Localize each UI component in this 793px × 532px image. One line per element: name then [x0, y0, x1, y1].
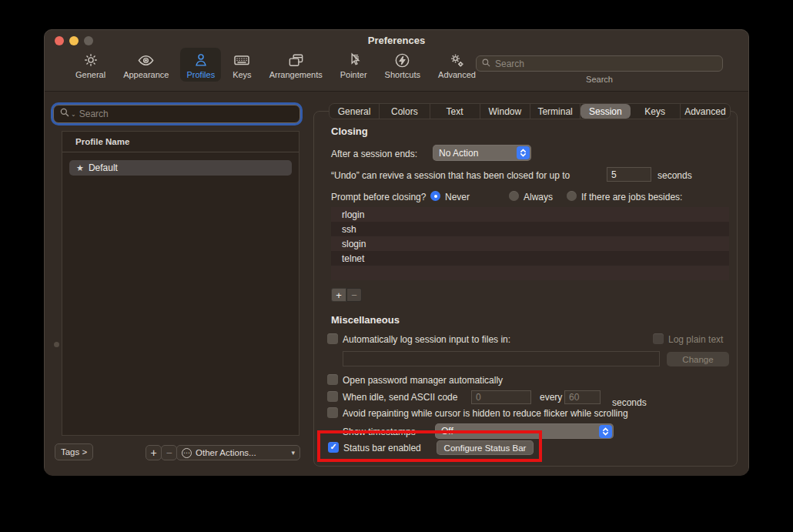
profile-search-field[interactable]: ⌄ [53, 105, 300, 123]
remove-job-button[interactable]: − [346, 288, 362, 302]
other-actions-label: Other Actions... [196, 448, 256, 457]
status-bar-checkbox[interactable] [328, 442, 339, 453]
add-profile-button[interactable]: + [146, 445, 162, 460]
toolbar-appearance-button[interactable]: Appearance [117, 48, 175, 82]
star-icon [76, 162, 89, 173]
idle-interval-field[interactable] [564, 390, 601, 404]
change-button[interactable]: Change [667, 352, 729, 366]
closing-heading: Closing [331, 125, 368, 137]
idle-checkbox[interactable] [327, 391, 338, 402]
toolbar-shortcuts-button[interactable]: Shortcuts [379, 48, 427, 82]
tab-advanced[interactable]: Advanced [681, 104, 730, 119]
bolt-circle-icon [393, 51, 412, 69]
windows-icon [286, 51, 305, 69]
toolbar-general-button[interactable]: General [69, 48, 112, 82]
profile-search-input[interactable] [79, 109, 294, 119]
undo-seconds-suffix: seconds [657, 170, 692, 181]
other-actions-dropdown[interactable]: ⋯ Other Actions... ▾ [176, 445, 300, 460]
radio-never[interactable] [430, 191, 440, 201]
prompt-label: Prompt before closing? [331, 192, 426, 202]
radio-jobs-label: If there are jobs besides: [581, 192, 682, 202]
tab-general[interactable]: General [330, 104, 380, 119]
radio-always-label: Always [524, 192, 553, 202]
radio-jobs-besides[interactable] [567, 191, 577, 201]
content-area: ⌄ Profile Name Default Tags > + − ⋯ Othe… [45, 92, 748, 476]
log-directory-field[interactable] [343, 351, 660, 366]
miscellaneous-heading: Miscellaneous [331, 314, 400, 326]
toolbar-profiles-button[interactable]: Profiles [180, 48, 221, 82]
keyboard-icon [233, 51, 251, 69]
profile-name: Default [89, 162, 118, 173]
toolbar-label: Pointer [340, 70, 367, 79]
toolbar-advanced-button[interactable]: Advanced [432, 48, 482, 82]
configure-status-bar-button[interactable]: Configure Status Bar [437, 440, 534, 455]
avoid-repaint-label: Avoid repainting while cursor is hidden … [343, 408, 628, 419]
toolbar-search-label: Search [476, 75, 723, 84]
pointer-icon [344, 51, 363, 69]
idle-label: When idle, send ASCII code [343, 392, 457, 403]
toolbar-label: Appearance [123, 70, 169, 79]
popup-stepper-icon [599, 425, 612, 438]
session-settings-pane: General Colors Text Window Terminal Sess… [313, 111, 738, 467]
toolbar-search-field[interactable] [476, 55, 723, 72]
tags-button[interactable]: Tags > [55, 443, 93, 460]
tab-terminal[interactable]: Terminal [530, 104, 581, 119]
avoid-repaint-checkbox[interactable] [327, 407, 338, 418]
tab-window[interactable]: Window [480, 104, 530, 119]
radio-never-label: Never [445, 192, 470, 202]
splitter-handle-dot[interactable] [54, 342, 59, 347]
screen: Preferences General Appearance Profiles [0, 0, 793, 532]
job-row[interactable]: slogin [331, 236, 729, 251]
tab-text[interactable]: Text [430, 104, 480, 119]
gear-icon [82, 51, 100, 69]
ellipsis-circle-icon: ⋯ [182, 448, 192, 458]
remove-profile-button[interactable]: − [161, 445, 177, 460]
log-plain-text-checkbox[interactable] [653, 333, 664, 344]
after-session-label: After a session ends: [331, 149, 417, 159]
auto-log-label: Automatically log session input to files… [343, 334, 510, 345]
person-icon [192, 51, 210, 69]
settings-tab-bar: General Colors Text Window Terminal Sess… [329, 103, 731, 119]
idle-every-label: every [540, 392, 562, 403]
job-row-empty [331, 266, 729, 280]
undo-seconds-field[interactable] [607, 167, 651, 182]
open-password-label: Open password manager automatically [343, 375, 503, 386]
tab-colors[interactable]: Colors [380, 104, 430, 119]
status-bar-label: Status bar enabled [343, 443, 421, 453]
chevron-down-icon: ▾ [291, 449, 295, 457]
profile-list-header: Profile Name [62, 132, 299, 152]
popup-stepper-icon [517, 146, 530, 159]
toolbar-arrangements-button[interactable]: Arrangements [263, 48, 329, 82]
toolbar-label: Arrangements [269, 70, 323, 79]
auto-log-checkbox[interactable] [327, 333, 338, 344]
chevron-down-icon: ⌄ [71, 111, 76, 118]
eye-icon [137, 51, 156, 69]
radio-always[interactable] [509, 191, 519, 201]
show-timestamps-label: Show timestamps [343, 427, 416, 437]
job-row[interactable]: rlogin [331, 207, 729, 222]
tab-session[interactable]: Session [581, 104, 630, 119]
toolbar-pointer-button[interactable]: Pointer [334, 48, 373, 82]
log-plain-text-label: Log plain text [668, 334, 723, 345]
profile-row-default[interactable]: Default [69, 160, 292, 176]
idle-seconds-label: seconds [612, 397, 647, 408]
job-row[interactable]: ssh [331, 222, 729, 236]
toolbar-search-input[interactable] [495, 59, 718, 69]
open-password-checkbox[interactable] [327, 374, 338, 385]
toolbar-label: Profiles [186, 70, 215, 79]
gears-icon [448, 51, 467, 69]
idle-code-field[interactable] [471, 390, 531, 404]
after-session-popup[interactable]: No Action [433, 145, 531, 161]
toolbar-label: Shortcuts [385, 70, 420, 79]
tab-keys[interactable]: Keys [631, 104, 681, 119]
toolbar-label: Keys [233, 70, 251, 79]
add-job-button[interactable]: + [331, 288, 346, 302]
undo-label: “Undo” can revive a session that has bee… [331, 170, 570, 181]
job-row[interactable]: telnet [331, 251, 729, 266]
preferences-window: Preferences General Appearance Profiles [44, 29, 749, 475]
window-title: Preferences [45, 35, 748, 46]
show-timestamps-popup[interactable]: Off [435, 423, 614, 439]
preferences-toolbar: General Appearance Profiles Keys [69, 48, 482, 82]
toolbar-keys-button[interactable]: Keys [226, 48, 257, 82]
search-icon [59, 107, 70, 121]
